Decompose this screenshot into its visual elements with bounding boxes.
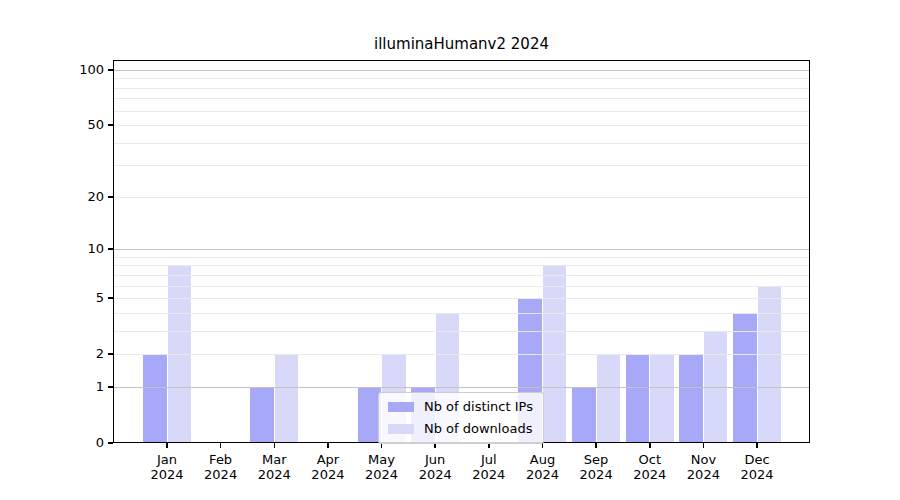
y-tick-mark-2 <box>108 353 113 355</box>
x-tick-mark-oct <box>649 443 651 448</box>
gridline-minor-50 <box>113 125 810 126</box>
gridline-minor-6 <box>113 286 810 287</box>
legend-swatch-downloads <box>388 424 414 434</box>
grid-layer <box>113 60 810 443</box>
gridline-minor-7 <box>113 275 810 276</box>
y-tick-label-1: 1 <box>58 379 104 395</box>
legend-item-distinct-ips: Nb of distinct IPs <box>388 399 533 414</box>
x-tick-mark-mar <box>274 443 276 448</box>
legend: Nb of distinct IPs Nb of downloads <box>378 392 544 444</box>
x-tick-mark-apr <box>327 443 329 448</box>
chart-title: illuminaHumanv2 2024 <box>113 35 810 53</box>
gridline-minor-30 <box>113 165 810 166</box>
gridline-minor-9 <box>113 257 810 258</box>
gridline-minor-8 <box>113 265 810 266</box>
gridline-minor-4 <box>113 313 810 314</box>
y-tick-label-0: 0 <box>58 435 104 451</box>
y-tick-mark-20 <box>108 196 113 198</box>
gridline-minor-80 <box>113 88 810 89</box>
gridline-minor-70 <box>113 98 810 99</box>
x-tick-mark-feb <box>220 443 222 448</box>
y-tick-mark-1 <box>108 386 113 388</box>
y-tick-label-5: 5 <box>58 290 104 306</box>
y-tick-label-50: 50 <box>58 117 104 133</box>
y-tick-mark-10 <box>108 248 113 250</box>
legend-label-downloads: Nb of downloads <box>424 421 532 436</box>
gridline-major-100 <box>113 70 810 71</box>
x-tick-mark-nov <box>703 443 705 448</box>
gridline-minor-3 <box>113 331 810 332</box>
gridline-minor-20 <box>113 197 810 198</box>
gridline-major-10 <box>113 249 810 250</box>
x-tick-label-dec: Dec2024 <box>722 452 792 482</box>
legend-swatch-distinct-ips <box>388 402 414 412</box>
y-tick-label-100: 100 <box>58 62 104 78</box>
plot-area <box>113 60 810 443</box>
x-tick-mark-jan <box>166 443 168 448</box>
y-tick-mark-0 <box>108 442 113 444</box>
y-tick-label-20: 20 <box>58 189 104 205</box>
gridline-major-1 <box>113 387 810 388</box>
gridline-minor-40 <box>113 143 810 144</box>
gridline-minor-2 <box>113 354 810 355</box>
y-tick-label-2: 2 <box>58 346 104 362</box>
gridline-minor-5 <box>113 298 810 299</box>
y-tick-mark-50 <box>108 124 113 126</box>
gridline-minor-90 <box>113 78 810 79</box>
y-tick-mark-100 <box>108 69 113 71</box>
y-tick-label-10: 10 <box>58 241 104 257</box>
legend-label-distinct-ips: Nb of distinct IPs <box>424 399 533 414</box>
y-tick-mark-5 <box>108 297 113 299</box>
x-tick-mark-sep <box>595 443 597 448</box>
download-stats-chart: illuminaHumanv2 2024 1005020105210 Jan20… <box>0 0 900 500</box>
x-tick-mark-dec <box>756 443 758 448</box>
legend-item-downloads: Nb of downloads <box>388 421 533 436</box>
gridline-minor-60 <box>113 111 810 112</box>
